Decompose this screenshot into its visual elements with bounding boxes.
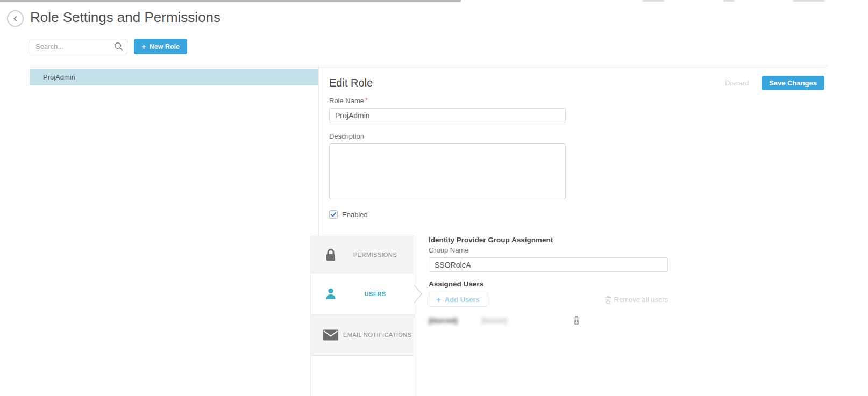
assigned-user-username-redacted: [blurred] <box>429 316 462 325</box>
main-panel: ProjAdmin Edit Role Discard Save Changes… <box>30 66 828 396</box>
search-icon <box>113 41 124 54</box>
assigned-user-row: [blurred] [blurred] <box>429 315 668 326</box>
save-changes-button[interactable]: Save Changes <box>762 76 824 90</box>
page-title: Role Settings and Permissions <box>30 9 220 26</box>
discard-button[interactable]: Discard <box>722 78 752 88</box>
editor-actions: Discard Save Changes <box>722 76 824 90</box>
editor-fields: Role Name* Description Enabled <box>318 90 571 219</box>
assigned-users-actions: + Add Users Remove all users <box>429 292 668 307</box>
tab-permissions[interactable]: PERMISSIONS <box>311 236 414 273</box>
tab-email-notifications-label: EMAIL NOTIFICATIONS <box>343 332 411 338</box>
trash-icon <box>604 296 611 304</box>
assigned-user-displayname-redacted: [blurred] <box>481 316 514 325</box>
new-role-label: New Role <box>150 43 180 51</box>
back-button[interactable] <box>7 10 24 27</box>
assigned-users-title: Assigned Users <box>429 280 668 288</box>
add-users-label: Add Users <box>445 296 480 304</box>
remove-all-users-button[interactable]: Remove all users <box>604 296 668 304</box>
role-name-label: Role Name* <box>329 97 571 105</box>
plus-icon: + <box>436 296 441 304</box>
chevron-left-icon <box>10 13 21 24</box>
group-name-input[interactable] <box>429 257 668 272</box>
editor-header: Edit Role Discard Save Changes <box>318 66 828 90</box>
remove-all-users-label: Remove all users <box>614 296 668 304</box>
role-name-input[interactable] <box>329 108 566 123</box>
editor-title: Edit Role <box>329 77 373 89</box>
search-box <box>30 39 127 54</box>
new-role-button[interactable]: + New Role <box>134 39 187 54</box>
trash-icon <box>573 316 580 325</box>
role-detail-tabs: PERMISSIONS USERS <box>310 236 414 396</box>
enabled-checkbox[interactable] <box>329 210 338 219</box>
browser-chrome-fragment <box>643 0 664 2</box>
enabled-label: Enabled <box>342 211 368 219</box>
tab-users-label: USERS <box>339 291 414 297</box>
group-name-label: Group Name <box>429 246 668 254</box>
lock-icon <box>323 247 339 262</box>
search-input[interactable] <box>30 39 127 54</box>
browser-chrome-strip <box>0 0 461 2</box>
browser-chrome-fragment <box>723 0 734 2</box>
users-tab-panel: Identity Provider Group Assignment Group… <box>429 236 668 326</box>
role-list: ProjAdmin <box>30 66 318 396</box>
tab-permissions-label: PERMISSIONS <box>339 251 414 258</box>
remove-user-button[interactable] <box>573 316 580 325</box>
add-users-button[interactable]: + Add Users <box>429 292 487 307</box>
idp-group-assignment-title: Identity Provider Group Assignment <box>429 236 668 244</box>
tab-email-notifications[interactable]: EMAIL NOTIFICATIONS <box>311 314 414 356</box>
enabled-row: Enabled <box>329 210 571 219</box>
check-icon <box>330 211 337 218</box>
browser-chrome-fragment <box>793 0 824 2</box>
role-list-item-projadmin[interactable]: ProjAdmin <box>30 69 318 85</box>
description-label: Description <box>329 132 571 140</box>
user-icon <box>323 286 339 301</box>
description-textarea[interactable] <box>329 143 566 199</box>
envelope-icon <box>323 329 339 341</box>
tab-users[interactable]: USERS <box>311 273 414 314</box>
required-asterisk: * <box>365 97 368 104</box>
plus-icon: + <box>141 42 146 51</box>
active-tab-pointer <box>414 284 423 304</box>
